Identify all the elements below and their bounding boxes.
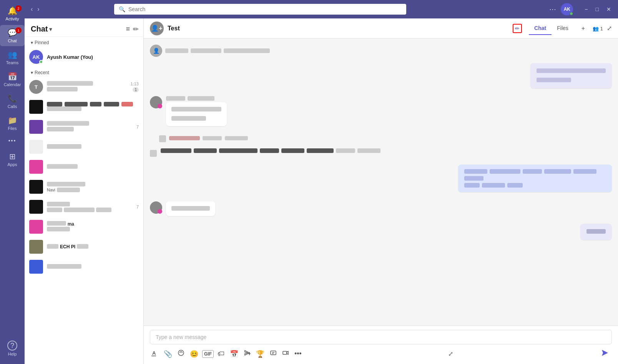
sticker-button[interactable]: 🏷 — [216, 348, 226, 359]
forward-button[interactable]: › — [36, 4, 41, 14]
sidebar-item-calendar[interactable]: 📅 Calendar — [0, 69, 25, 90]
chat-list-panel: Chat ▾ ≡ ✏ ▾ Pinned AK Ayush Kum — [25, 18, 144, 364]
schedule-button[interactable]: 📅 — [228, 348, 240, 360]
svg-marker-3 — [245, 351, 249, 355]
avatar-r9 — [29, 220, 43, 234]
chat-badge: 1 — [15, 27, 22, 33]
svg-text:A: A — [152, 350, 156, 356]
back-button[interactable]: ‹ — [29, 4, 34, 14]
avatar-r10 — [29, 240, 43, 254]
nav-arrows: ‹ › — [29, 4, 41, 14]
settings-button[interactable]: ⋯ — [549, 5, 556, 13]
chat-list-header: Chat ▾ ≡ ✏ — [25, 18, 143, 37]
loop-component-button[interactable] — [268, 348, 278, 360]
convo-header: 👤+ Test ✏ Chat Files + 👥 1 ⤢ — [144, 18, 618, 38]
edit-icon: ✏ — [515, 25, 520, 32]
msg-outgoing-2 — [150, 165, 612, 194]
recent-arrow: ▾ — [31, 70, 33, 75]
expand-button[interactable]: ⤢ — [447, 349, 455, 359]
sidebar-label-calls: Calls — [8, 104, 17, 109]
chat-item-r4[interactable] — [25, 137, 143, 157]
maximize-button[interactable]: □ — [593, 5, 601, 13]
avatar-r3 — [29, 120, 43, 134]
user-avatar[interactable]: AK — [561, 3, 573, 15]
format-button[interactable]: A — [150, 348, 160, 360]
chat-item-r1[interactable]: T 1:13 1 — [25, 77, 143, 97]
sidebar-item-files[interactable]: 📁 Files — [0, 113, 25, 134]
chat-item-r1-badge: 1 — [133, 87, 139, 92]
chat-item-r6[interactable]: Navi — [25, 177, 143, 197]
sidebar-label-activity: Activity — [6, 17, 19, 21]
more-icon: ••• — [8, 138, 17, 144]
loop-button[interactable] — [176, 348, 186, 360]
sidebar: 2 🔔 Activity 1 💬 Chat 👥 Teams 📅 Calendar… — [0, 0, 25, 364]
filter-icon[interactable]: ≡ — [126, 25, 130, 33]
send-button[interactable] — [598, 347, 612, 360]
chat-list-header-icons: ≡ ✏ — [126, 25, 139, 33]
msg-incoming-avatar-1 — [150, 96, 162, 108]
minimize-button[interactable]: − — [582, 5, 590, 13]
msg-bubble-incoming-1 — [166, 102, 227, 126]
compose-icon[interactable]: ✏ — [133, 25, 139, 33]
sidebar-item-teams[interactable]: 👥 Teams — [0, 47, 25, 68]
apps-icon: ⊞ — [9, 152, 16, 161]
chat-item-r7[interactable]: 7 — [25, 197, 143, 217]
msg-incoming-2 — [150, 148, 612, 157]
chat-list-title: Chat ▾ — [31, 25, 126, 33]
tab-files[interactable]: Files — [552, 22, 574, 35]
avatar-r11 — [29, 260, 43, 274]
sidebar-item-apps[interactable]: ⊞ Apps — [0, 149, 25, 170]
sidebar-item-calls[interactable]: 📞 Calls — [0, 91, 25, 112]
chat-item-r2[interactable] — [25, 97, 143, 117]
avatar-r6 — [29, 180, 43, 194]
search-input[interactable] — [128, 6, 402, 12]
svg-marker-10 — [287, 351, 288, 354]
message-input-box[interactable]: Type a new message — [150, 330, 612, 344]
teams-icon: 👥 — [8, 50, 17, 59]
convo-name: Test — [168, 25, 509, 32]
convo-avatar: 👤+ — [150, 22, 164, 35]
chat-item-r5[interactable] — [25, 157, 143, 177]
open-in-new-button[interactable]: ⤢ — [607, 25, 612, 32]
sidebar-bottom: ? Help — [0, 337, 25, 364]
tab-chat[interactable]: Chat — [529, 22, 552, 35]
sidebar-label-chat: Chat — [8, 38, 17, 43]
chat-item-r11[interactable] — [25, 257, 143, 277]
chat-item-r1-time: 1:13 — [131, 81, 139, 86]
sidebar-label-calendar: Calendar — [4, 82, 21, 87]
search-bar[interactable]: 🔍 — [114, 4, 406, 15]
participants-button[interactable]: 👥 1 — [593, 25, 603, 32]
chat-item-r10[interactable]: ECH PI — [25, 237, 143, 257]
svg-rect-9 — [283, 351, 287, 354]
praise-button[interactable]: 🏆 — [254, 348, 266, 360]
sidebar-item-chat[interactable]: 1 💬 Chat — [0, 25, 25, 46]
emoji-button[interactable]: 😊 — [188, 348, 200, 360]
avatar-r4 — [29, 140, 43, 154]
chat-item-r9[interactable]: ma — [25, 217, 143, 237]
send-later-button[interactable] — [242, 348, 252, 360]
msg-bubble-outgoing-1 — [530, 63, 612, 88]
system-info-row: 👤 — [150, 43, 612, 58]
sidebar-item-activity[interactable]: 2 🔔 Activity — [0, 3, 25, 24]
chat-item-ayush[interactable]: AK Ayush Kumar (You) — [25, 47, 143, 67]
calendar-icon: 📅 — [8, 72, 17, 81]
sidebar-item-help[interactable]: ? Help — [0, 337, 25, 359]
edit-icon-box[interactable]: ✏ — [513, 24, 522, 33]
chat-list-chevron[interactable]: ▾ — [49, 26, 52, 32]
close-button[interactable]: ✕ — [604, 5, 613, 13]
chat-item-r3[interactable]: 7 — [25, 117, 143, 137]
search-icon: 🔍 — [119, 6, 125, 12]
chat-item-ayush-content: Ayush Kumar (You) — [47, 54, 139, 60]
attach-button[interactable]: 📎 — [162, 348, 174, 360]
msg-bubble-outgoing-2 — [458, 165, 612, 192]
more-tools-button[interactable]: ••• — [293, 348, 303, 359]
convo-header-right: 👥 1 ⤢ — [593, 25, 612, 32]
sidebar-item-more[interactable]: ••• — [0, 135, 25, 148]
sidebar-label-apps: Apps — [7, 162, 17, 167]
tab-add-button[interactable]: + — [578, 23, 589, 34]
chat-item-ayush-name: Ayush Kumar (You) — [47, 54, 139, 60]
svg-point-2 — [178, 350, 184, 356]
video-clip-button[interactable] — [281, 348, 291, 360]
messages-area[interactable]: 👤 — [144, 38, 618, 326]
gif-button[interactable]: GIF — [202, 350, 214, 358]
